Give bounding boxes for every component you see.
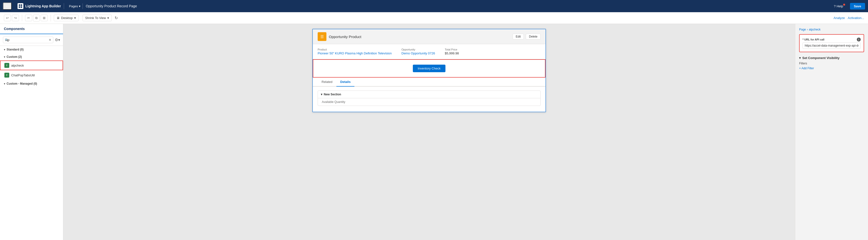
- refresh-button[interactable]: ↻: [115, 16, 118, 20]
- view-chevron-icon: ▾: [107, 16, 109, 20]
- copy-button[interactable]: ⧉: [33, 15, 40, 22]
- new-section-title: ▾ New Section: [318, 91, 540, 98]
- right-panel: Page › atpcheck * URL for API call i ▾ S…: [795, 24, 868, 240]
- redo-button[interactable]: ↪: [12, 15, 19, 21]
- pages-chevron-icon: ▾: [79, 4, 81, 8]
- app-icon: [18, 3, 23, 9]
- main-layout: Components 🔍 ✕ ⚙ ▾ ▾ Standard (0) ▾ Cust…: [0, 24, 868, 240]
- app-title-label: Lightning App Builder: [25, 4, 61, 8]
- tab-details[interactable]: Details: [336, 78, 355, 87]
- undo-button[interactable]: ↩: [4, 15, 11, 21]
- breadcrumb: Page › atpcheck: [799, 28, 864, 31]
- product-field: Product Pioneer 50" KURO Plasma High Def…: [318, 48, 392, 55]
- tab-related[interactable]: Related: [318, 78, 336, 87]
- desktop-icon: 🖥: [57, 16, 60, 20]
- nav-right-actions: ? Help Save: [834, 3, 865, 9]
- sidebar: Components 🔍 ✕ ⚙ ▾ ▾ Standard (0) ▾ Cust…: [0, 24, 63, 240]
- new-section-label: New Section: [324, 93, 341, 96]
- custom-chevron-icon: ▾: [4, 56, 5, 58]
- search-clear-icon[interactable]: ✕: [49, 38, 51, 42]
- analyze-button[interactable]: Analyze: [834, 16, 845, 20]
- breadcrumb-separator-icon: ›: [807, 28, 808, 31]
- inventory-section: Inventory Check: [313, 59, 546, 78]
- search-area: 🔍 ✕ ⚙ ▾: [0, 34, 63, 46]
- history-tools: ↩ ↪: [4, 15, 22, 21]
- device-selector[interactable]: 🖥 Desktop ▾: [54, 15, 79, 21]
- add-filter-button[interactable]: + Add Filter: [799, 66, 814, 70]
- svg-rect-0: [19, 4, 20, 6]
- record-actions: Edit Delete: [513, 34, 540, 39]
- sidebar-item-atpcheck[interactable]: f atpcheck: [0, 60, 63, 70]
- product-value[interactable]: Pioneer 50" KURO Plasma High Definition …: [318, 51, 392, 55]
- pages-label: Pages: [69, 4, 78, 8]
- breadcrumb-current: atpcheck: [809, 28, 820, 31]
- url-field-label: * URL for API call: [803, 38, 825, 41]
- new-section-chevron-icon: ▾: [321, 93, 322, 96]
- toolbar-right-tools: Analyze Activation...: [834, 16, 864, 20]
- gear-chevron-icon: ▾: [58, 37, 60, 42]
- help-button[interactable]: ? Help: [834, 4, 846, 8]
- custom-managed-section-header[interactable]: ▾ Custom - Managed (0): [0, 80, 63, 87]
- available-quantity-field: Available Quantity: [318, 98, 540, 106]
- cut-button[interactable]: ✂: [25, 15, 32, 21]
- custom-managed-chevron-icon: ▾: [4, 82, 5, 85]
- info-icon: i: [857, 37, 861, 42]
- new-section: ▾ New Section Available Quantity: [318, 90, 540, 106]
- tabs-bar: Related Details: [313, 78, 546, 87]
- activation-button[interactable]: Activation...: [848, 16, 864, 20]
- canvas-frame: ☰ Opportunity Product Edit Delete Produc…: [312, 29, 546, 112]
- canvas: ☰ Opportunity Product Edit Delete Produc…: [63, 24, 795, 240]
- record-icon-symbol: ☰: [320, 34, 324, 39]
- tab-content: ▾ New Section Available Quantity: [313, 87, 546, 112]
- record-fields: Product Pioneer 50" KURO Plasma High Def…: [313, 44, 546, 59]
- opportunity-value[interactable]: Demo Opportunity 0726: [401, 51, 435, 55]
- record-type-icon: ☰: [318, 32, 327, 41]
- sidebar-item-chatpoptabsutil[interactable]: f ChatPopTabsUtil: [0, 70, 63, 80]
- visibility-chevron-icon: ▾: [799, 56, 801, 60]
- url-field-input[interactable]: [803, 43, 861, 49]
- help-label: Help: [837, 4, 843, 8]
- url-field-label-row: * URL for API call i: [803, 37, 861, 42]
- visibility-title: ▾ Set Component Visibility: [799, 56, 864, 60]
- question-icon: ?: [834, 4, 836, 8]
- inventory-check-button[interactable]: Inventory Check: [413, 64, 445, 72]
- standard-section-label: Standard (0): [7, 48, 24, 51]
- edit-button[interactable]: Edit: [513, 34, 524, 39]
- total-price-field: Total Price $5,999.98: [445, 48, 459, 55]
- device-label: Desktop: [61, 16, 73, 20]
- paste-button[interactable]: ⊞: [41, 15, 48, 21]
- delete-button[interactable]: Delete: [526, 34, 540, 39]
- atpcheck-label: atpcheck: [11, 64, 24, 67]
- app-title-area: Lightning App Builder: [14, 3, 64, 9]
- total-price-label: Total Price: [445, 48, 459, 51]
- visibility-title-label: Set Component Visibility: [802, 56, 839, 60]
- toolbar: ↩ ↪ ✂ ⧉ ⊞ 🖥 Desktop ▾ Shrink To View ▾ ↻…: [0, 12, 868, 24]
- save-button[interactable]: Save: [850, 3, 865, 9]
- notification-dot: [843, 4, 845, 6]
- svg-rect-2: [19, 6, 20, 8]
- standard-chevron-icon: ▾: [4, 48, 5, 51]
- view-selector[interactable]: Shrink To View ▾: [83, 15, 112, 21]
- chatpoptabsutil-icon: f: [4, 73, 9, 78]
- back-button[interactable]: ←: [3, 2, 12, 10]
- record-title-area: ☰ Opportunity Product: [318, 32, 361, 41]
- total-price-value: $5,999.98: [445, 51, 459, 55]
- breadcrumb-page[interactable]: Page: [799, 28, 806, 31]
- filters-label: Filters: [799, 62, 864, 65]
- chatpoptabsutil-label: ChatPopTabsUtil: [11, 73, 35, 77]
- gear-icon: ⚙: [55, 37, 58, 42]
- standard-section-header[interactable]: ▾ Standard (0): [0, 46, 63, 53]
- pages-button[interactable]: Pages ▾: [67, 3, 83, 9]
- svg-rect-3: [21, 6, 22, 8]
- record-header: ☰ Opportunity Product Edit Delete: [313, 29, 546, 44]
- gear-button[interactable]: ⚙ ▾: [55, 37, 60, 42]
- page-name-label: Opportunity Product Record Page: [86, 4, 831, 8]
- record-title-label: Opportunity Product: [329, 35, 361, 39]
- search-input[interactable]: [3, 36, 53, 43]
- atpcheck-icon: f: [4, 63, 9, 68]
- search-wrap: 🔍 ✕: [3, 36, 53, 43]
- custom-section-header[interactable]: ▾ Custom (2): [0, 53, 63, 60]
- opportunity-label: Opportunity: [401, 48, 435, 51]
- product-label: Product: [318, 48, 392, 51]
- visibility-section: ▾ Set Component Visibility Filters + Add…: [799, 56, 864, 70]
